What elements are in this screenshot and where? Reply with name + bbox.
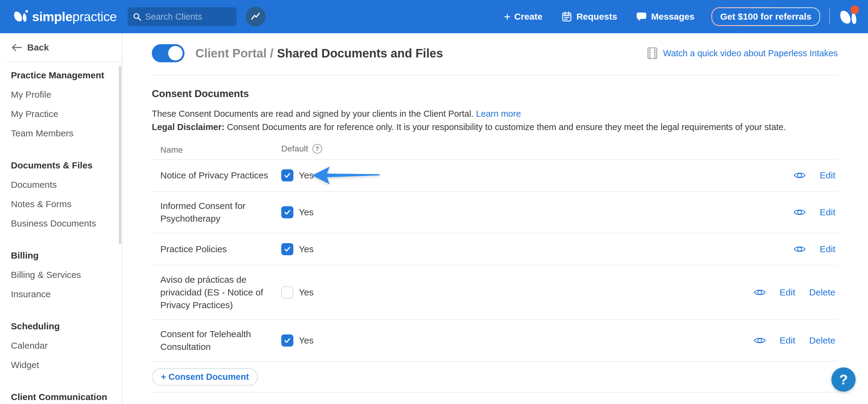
sidebar-item[interactable]: Billing & Services bbox=[11, 270, 113, 279]
table-row: Consent for Telehealth ConsultationYesEd… bbox=[152, 320, 838, 362]
analytics-button[interactable] bbox=[246, 7, 266, 27]
row-actions: EditDelete bbox=[754, 287, 835, 298]
trending-line-icon bbox=[250, 11, 261, 22]
default-cell: Yes bbox=[281, 206, 314, 218]
default-checkbox[interactable] bbox=[281, 169, 293, 181]
default-cell: Yes bbox=[281, 286, 314, 299]
default-checkbox[interactable] bbox=[281, 335, 293, 346]
watch-video-link[interactable]: Watch a quick video about Paperless Inta… bbox=[647, 47, 838, 60]
brand-name: simplepractice bbox=[32, 9, 117, 24]
add-consent-document-button[interactable]: + Consent Document bbox=[152, 368, 258, 385]
account-butterfly-icon[interactable] bbox=[838, 7, 860, 27]
preview-eye-icon[interactable] bbox=[754, 288, 766, 297]
table-row: Aviso de prácticas de privacidad (ES - N… bbox=[152, 266, 838, 320]
next-section-divider bbox=[152, 392, 838, 393]
sidebar-item[interactable]: Documents bbox=[11, 180, 113, 189]
column-default: Default ? bbox=[281, 144, 322, 154]
referral-button[interactable]: Get $100 for referrals bbox=[711, 7, 820, 26]
sidebar-section-header: Client Communication bbox=[11, 393, 113, 402]
default-value: Yes bbox=[299, 287, 314, 298]
delete-link[interactable]: Delete bbox=[809, 335, 835, 346]
default-value: Yes bbox=[299, 207, 314, 217]
row-actions: Edit bbox=[794, 170, 835, 181]
preview-eye-icon[interactable] bbox=[794, 171, 806, 180]
sidebar-item[interactable]: Widget bbox=[11, 361, 113, 370]
document-name: Consent for Telehealth Consultation bbox=[160, 328, 281, 353]
consent-documents-heading: Consent Documents bbox=[152, 88, 838, 100]
sidebar-sections: Practice ManagementMy ProfileMy Practice… bbox=[0, 71, 122, 402]
default-help-icon[interactable]: ? bbox=[312, 144, 322, 154]
sidebar-item[interactable]: Notes & Forms bbox=[11, 199, 113, 209]
column-name: Name bbox=[160, 145, 183, 155]
sidebar-section-header: Documents & Files bbox=[11, 161, 113, 170]
requests-icon bbox=[561, 11, 572, 22]
search-input[interactable] bbox=[145, 12, 231, 22]
edit-link[interactable]: Edit bbox=[780, 335, 796, 346]
search-icon bbox=[132, 11, 142, 22]
edit-link[interactable]: Edit bbox=[819, 170, 835, 181]
legal-disclaimer: Legal Disclaimer: Consent Documents are … bbox=[152, 121, 838, 133]
sidebar-item[interactable]: Insurance bbox=[11, 290, 113, 299]
document-name: Informed Consent for Psychotherapy bbox=[160, 199, 281, 225]
back-button[interactable]: Back bbox=[0, 33, 122, 53]
sidebar-section-header: Billing bbox=[11, 251, 113, 260]
butterfly-logo-icon bbox=[12, 9, 29, 24]
consent-documents-section: Consent Documents These Consent Document… bbox=[152, 84, 838, 385]
film-icon bbox=[647, 47, 658, 60]
preview-eye-icon[interactable] bbox=[754, 336, 766, 345]
messages-button[interactable]: Messages bbox=[636, 11, 694, 22]
help-button[interactable]: ? bbox=[831, 367, 856, 392]
default-cell: Yes bbox=[281, 169, 314, 181]
edit-link[interactable]: Edit bbox=[819, 244, 835, 254]
default-checkbox[interactable] bbox=[281, 243, 293, 255]
page-title: Client Portal /Shared Documents and File… bbox=[195, 46, 443, 60]
client-portal-toggle[interactable] bbox=[152, 44, 185, 62]
default-cell: Yes bbox=[281, 243, 314, 255]
back-arrow-icon bbox=[11, 43, 22, 52]
nav-divider bbox=[829, 8, 830, 25]
sidebar-item[interactable]: My Practice bbox=[11, 110, 113, 119]
default-value: Yes bbox=[299, 244, 314, 254]
top-nav: simplepractice + Create bbox=[0, 0, 868, 33]
sidebar: Back Practice ManagementMy ProfileMy Pra… bbox=[0, 33, 123, 404]
sidebar-scrollbar[interactable] bbox=[119, 66, 121, 244]
preview-eye-icon[interactable] bbox=[794, 245, 806, 253]
consent-table: Notice of Privacy PracticesYesEditInform… bbox=[152, 160, 838, 362]
default-cell: Yes bbox=[281, 335, 314, 346]
document-name: Practice Policies bbox=[160, 243, 281, 255]
sidebar-item[interactable]: My Profile bbox=[11, 90, 113, 99]
sidebar-item[interactable]: Business Documents bbox=[11, 219, 113, 228]
search-clients-field[interactable] bbox=[128, 7, 237, 26]
sidebar-item[interactable]: Calendar bbox=[11, 341, 113, 350]
main-content: Client Portal /Shared Documents and File… bbox=[123, 33, 868, 404]
table-header: Name Default ? bbox=[152, 145, 838, 160]
notification-dot bbox=[850, 5, 859, 14]
delete-link[interactable]: Delete bbox=[809, 287, 835, 298]
row-actions: Edit bbox=[794, 207, 835, 217]
requests-button[interactable]: Requests bbox=[561, 11, 617, 22]
sidebar-item[interactable]: Team Members bbox=[11, 129, 113, 138]
document-name: Notice of Privacy Practices bbox=[160, 169, 281, 182]
toggle-knob bbox=[168, 46, 183, 60]
brand-logo[interactable]: simplepractice bbox=[12, 9, 117, 24]
page-header: Client Portal /Shared Documents and File… bbox=[152, 42, 838, 64]
table-row: Practice PoliciesYesEdit bbox=[152, 234, 838, 266]
default-checkbox[interactable] bbox=[281, 206, 293, 218]
sidebar-divider bbox=[6, 62, 122, 62]
row-actions: EditDelete bbox=[754, 335, 835, 346]
edit-link[interactable]: Edit bbox=[780, 287, 796, 298]
plus-icon: + bbox=[504, 12, 510, 21]
default-value: Yes bbox=[299, 335, 314, 346]
table-row: Notice of Privacy PracticesYesEdit bbox=[152, 160, 838, 192]
edit-link[interactable]: Edit bbox=[819, 207, 835, 217]
create-button[interactable]: + Create bbox=[504, 11, 542, 22]
row-actions: Edit bbox=[794, 244, 835, 254]
preview-eye-icon[interactable] bbox=[794, 208, 806, 217]
learn-more-link[interactable]: Learn more bbox=[476, 109, 521, 119]
header-divider bbox=[152, 75, 838, 75]
sidebar-section-header: Practice Management bbox=[11, 71, 113, 80]
document-name: Aviso de prácticas de privacidad (ES - N… bbox=[160, 273, 281, 311]
default-checkbox[interactable] bbox=[281, 286, 293, 299]
table-row: Informed Consent for PsychotherapyYesEdi… bbox=[152, 192, 838, 234]
consent-description: These Consent Documents are read and sig… bbox=[152, 107, 838, 120]
